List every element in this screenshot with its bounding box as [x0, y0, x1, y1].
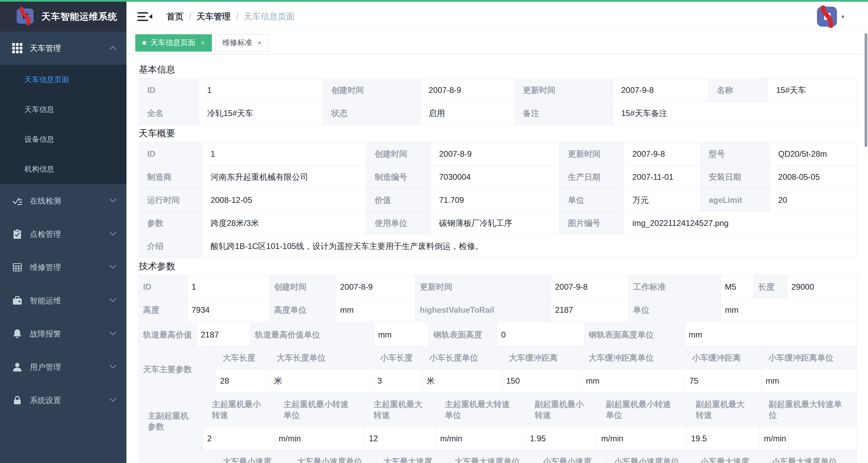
tab-label: 维修标准 — [222, 38, 252, 48]
param-header: 主起重机最小转速单位 — [275, 392, 365, 427]
field-value: M5 — [721, 275, 754, 298]
sidebar-item-maintenance-management[interactable]: 维修管理 — [0, 251, 126, 284]
field-label: 制造编号 — [367, 166, 431, 189]
avatar[interactable] — [815, 4, 839, 29]
breadcrumb: 首页 / 天车管理 / 天车信息页面 — [166, 11, 295, 22]
field-label: 钢轨表面高度 — [429, 323, 497, 346]
sidebar-item-label: 用户管理 — [30, 362, 61, 372]
submenu-label: 机构信息 — [24, 164, 54, 174]
table-row: ID 1 创建时间 2007-8-9 更新时间 2007-9-8 名称 15#天… — [139, 79, 857, 102]
param-header: 大车最大速度单位 — [448, 450, 536, 463]
sidebar-item-label: 天车管理 — [30, 43, 61, 54]
sidebar-item-system-settings[interactable]: 系统设置 — [0, 384, 126, 417]
breadcrumb-crane-management[interactable]: 天车管理 — [197, 11, 231, 22]
breadcrumb-current: 天车信息页面 — [244, 11, 295, 22]
breadcrumb-home[interactable]: 首页 — [166, 11, 183, 22]
field-label: 单位 — [629, 298, 721, 322]
tab-label: 天车信息页面 — [151, 38, 195, 48]
sidebar-item-online-detection[interactable]: 在线检测 — [0, 184, 126, 217]
close-icon[interactable]: × — [258, 39, 262, 47]
chevron-down-icon — [110, 364, 116, 370]
sidebar-menu: 天车管理 天车信息页面 天车信息 设备信息 机构信息 在线检测 — [0, 32, 126, 417]
param-value: 150 — [502, 369, 582, 392]
checklist-icon — [12, 196, 22, 206]
field-label: ID — [139, 142, 202, 166]
field-value: 15#天车备注 — [613, 102, 857, 125]
field-value: 2007-8-9 — [431, 142, 560, 166]
field-label: 生产日期 — [560, 166, 624, 189]
group-label: 主副起重机参数 — [139, 392, 203, 450]
sidebar-item-crane-management[interactable]: 天车管理 — [0, 32, 126, 65]
close-icon[interactable]: × — [201, 39, 205, 47]
field-label: 更新时间 — [416, 275, 551, 298]
sidebar-item-fault-alarm[interactable]: 故障报警 — [0, 317, 126, 350]
chevron-down-icon — [110, 331, 116, 337]
sidebar-item-label: 智能运维 — [30, 295, 61, 306]
user-avatar-dropdown[interactable]: ▾ — [815, 4, 844, 29]
scrollbar-thumb[interactable] — [865, 33, 867, 147]
field-label: 参数 — [139, 212, 202, 235]
field-value: mm — [721, 298, 857, 322]
sidebar-item-crane-info-page[interactable]: 天车信息页面 — [0, 65, 126, 95]
field-label: 钢轨表面高度单位 — [585, 323, 685, 346]
lock-icon — [12, 395, 22, 405]
field-label: 更新时间 — [515, 79, 613, 102]
field-label: highestValueToRail — [416, 298, 551, 322]
param-header: 主起重机最大转速 — [365, 392, 436, 427]
field-value: 0 — [497, 323, 585, 346]
sidebar-item-inspection-management[interactable]: 点检管理 — [0, 217, 126, 251]
field-value: 2007-8-9 — [336, 275, 416, 298]
field-label: 状态 — [323, 102, 420, 125]
caret-down-icon[interactable]: ▾ — [841, 13, 844, 20]
sidebar-item-intelligent-om[interactable]: 智能运维 — [0, 284, 126, 317]
sidebar-item-user-management[interactable]: 用户管理 — [0, 350, 126, 384]
field-value: mm — [336, 298, 416, 322]
param-value: m/min — [275, 427, 365, 450]
param-header: 主起重机最大转速单位 — [436, 392, 526, 427]
field-label: 高度 — [139, 298, 188, 322]
param-header: 大车最小速度 — [216, 450, 290, 463]
field-label: 轨道最高价值 — [139, 323, 197, 346]
field-label: 名称 — [709, 79, 768, 102]
param-header: 主起重机最小转速 — [203, 392, 275, 427]
sidebar-item-equipment-info[interactable]: 设备信息 — [0, 124, 126, 154]
table-row: ID 1 创建时间 2007-8-9 更新时间 2007-9-8 型号 QD20… — [139, 142, 857, 166]
field-label: ageLimit — [701, 189, 770, 212]
field-value: mm — [685, 323, 857, 346]
chevron-down-icon — [110, 198, 116, 204]
param-header: 小车最大速度单位 — [765, 450, 857, 463]
param-header: 小车缓冲距离 — [685, 346, 762, 369]
tags-view-bar: 天车信息页面 × 维修标准 × — [126, 32, 868, 54]
menu-fold-icon[interactable] — [137, 11, 152, 22]
field-value: 1 — [188, 275, 270, 298]
field-value: 2187 — [197, 323, 251, 346]
main-area: 首页 / 天车管理 / 天车信息页面 ▾ 天车信息 — [126, 2, 868, 463]
chevron-up-icon — [110, 45, 116, 51]
field-label: ID — [139, 275, 188, 298]
field-value: 2008-12-05 — [202, 189, 367, 212]
param-header: 小车最小速度单位 — [607, 450, 694, 463]
param-value: 75 — [685, 369, 762, 392]
sidebar-submenu: 天车信息页面 天车信息 设备信息 机构信息 — [0, 65, 126, 184]
param-header: 大车缓冲距离单位 — [582, 346, 685, 369]
table-row: 天车主要参数 大车长度 大车长度单位 小车长度 小车长度单位 大车缓冲距离 大车… — [139, 346, 857, 369]
bell-icon — [12, 329, 22, 339]
tab-crane-info-page[interactable]: 天车信息页面 × — [135, 34, 212, 52]
sidebar-item-crane-info[interactable]: 天车信息 — [0, 95, 126, 124]
table-row: 制造商 河南东升起重机械有限公司 制造编号 7030004 生产日期 2007-… — [139, 166, 857, 189]
field-label: 安装日期 — [701, 166, 770, 189]
sidebar-item-label: 点检管理 — [30, 229, 61, 239]
sidebar-item-organization-info[interactable]: 机构信息 — [0, 154, 126, 184]
field-value: 1 — [202, 142, 367, 166]
app-title: 天车智能运维系统 — [41, 11, 117, 23]
field-label: 长度 — [754, 275, 787, 298]
sidebar-item-label: 在线检测 — [30, 196, 61, 206]
field-value: 酸轧跨1B-1C区101-105线，设计为遥控天车主要用于生产废料倒运，检修。 — [202, 235, 857, 258]
technical-params-table-rail: 轨道最高价值 2187 轨道最高价值单位 mm 钢轨表面高度 0 钢轨表面高度单… — [139, 323, 857, 346]
tab-maintenance-standard[interactable]: 维修标准 × — [215, 34, 269, 52]
param-header: 大车最大速度 — [377, 450, 448, 463]
param-header: 大车长度 — [216, 346, 270, 369]
table-row: 大车最小速度 大车最小速度单位 大车最大速度 大车最大速度单位 小车最小速度 小… — [139, 450, 857, 463]
field-label: 创建时间 — [270, 275, 336, 298]
param-header: 大车缓冲距离 — [502, 346, 582, 369]
